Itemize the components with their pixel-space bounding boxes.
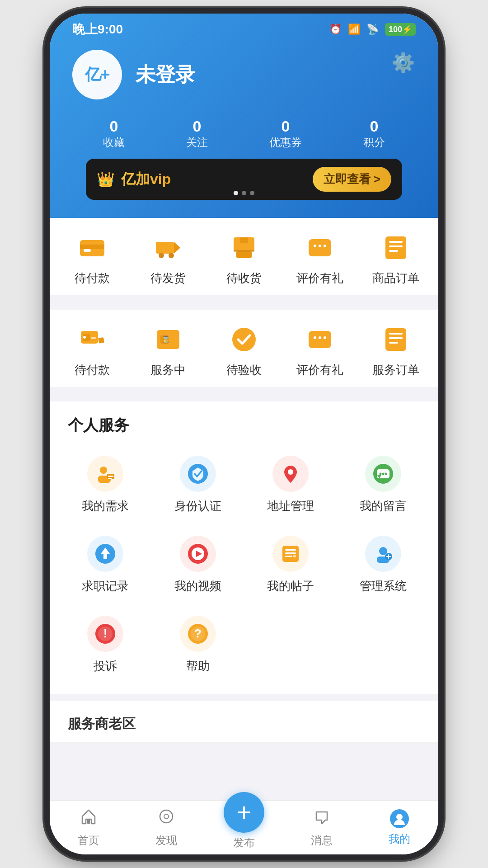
nav-mine[interactable]: 我的	[361, 805, 438, 851]
svg-point-28	[232, 328, 256, 351]
order-label-receive: 待收货	[226, 270, 262, 286]
svg-rect-59	[293, 555, 296, 557]
service-video[interactable]: 我的视频	[151, 525, 244, 605]
nav-home[interactable]: 首页	[50, 803, 127, 852]
service-message[interactable]: 我的留言	[337, 445, 429, 525]
svg-point-74	[396, 814, 403, 820]
stats-row: 0 收藏 0 关注 0 优惠券 0 积分	[72, 118, 416, 150]
svc-order-pay[interactable]: 待付款	[61, 323, 124, 378]
order-label-all: 商品订单	[372, 270, 419, 286]
service-label-identity: 身份认证	[174, 498, 221, 514]
divider-1	[50, 302, 438, 310]
service-help[interactable]: ? 帮助	[151, 605, 244, 685]
svg-point-73	[164, 814, 169, 819]
svg-text:?: ?	[194, 627, 202, 640]
stat-collect[interactable]: 0 收藏	[103, 118, 125, 150]
svc-order-accept[interactable]: 待验收	[212, 323, 276, 378]
svg-rect-37	[389, 342, 398, 344]
nav-message[interactable]: 消息	[283, 803, 361, 852]
service-job[interactable]: 求职记录	[59, 525, 151, 605]
service-address[interactable]: 地址管理	[244, 445, 337, 525]
order-item-all[interactable]: 商品订单	[364, 231, 427, 286]
service-admin[interactable]: 管理系统	[337, 525, 429, 605]
stat-follow-num: 0	[186, 118, 208, 135]
video-icon	[180, 536, 216, 572]
status-icons: ⏰ 📶 📡 100⚡	[329, 23, 416, 36]
svg-rect-36	[389, 337, 403, 339]
service-label-needs: 我的需求	[82, 498, 129, 514]
stat-coupon-num: 0	[269, 118, 302, 135]
phone-frame: 晚上9:00 ⏰ 📶 📡 100⚡ ⚙️ 亿+ 未登录 0 收藏 0 关	[50, 14, 438, 854]
nav-home-label: 首页	[78, 833, 99, 848]
dot-2	[242, 191, 246, 195]
identity-icon	[180, 456, 216, 492]
vip-button[interactable]: 立即查看 >	[313, 167, 391, 192]
stat-coupon[interactable]: 0 优惠券	[269, 118, 302, 150]
svc-all-icon	[380, 323, 412, 356]
username[interactable]: 未登录	[136, 61, 195, 88]
message-nav-icon	[313, 807, 331, 830]
vip-banner[interactable]: 👑 亿加vip 立即查看 >	[86, 159, 402, 200]
svg-point-38	[100, 467, 107, 474]
service-label-help: 帮助	[186, 658, 210, 674]
personal-services-title: 个人服务	[50, 401, 438, 445]
service-label-admin: 管理系统	[360, 578, 407, 594]
signal-icon: 📶	[348, 24, 360, 35]
alarm-icon: ⏰	[329, 24, 342, 35]
order-item-receive[interactable]: 待收货	[212, 231, 276, 286]
services-grid: 我的需求 身份认证	[50, 445, 438, 685]
mine-avatar-icon	[390, 809, 409, 828]
service-complaint[interactable]: ! 投诉	[59, 605, 151, 685]
svg-marker-4	[174, 242, 180, 254]
avatar[interactable]: 亿+	[72, 50, 122, 99]
scroll-content[interactable]: 待付款 待发货	[50, 218, 438, 800]
avatar-text: 亿+	[85, 64, 109, 86]
nav-mine-label: 我的	[389, 832, 410, 846]
svg-point-32	[324, 336, 326, 339]
order-item-ship[interactable]: 待发货	[136, 231, 200, 286]
svg-rect-42	[108, 478, 112, 479]
stat-coupon-label: 优惠券	[269, 136, 302, 148]
my-needs-icon	[87, 456, 123, 492]
vip-text: 亿加vip	[121, 170, 171, 189]
svc-review-icon	[304, 323, 336, 356]
svg-point-12	[314, 245, 316, 247]
svg-rect-1	[80, 245, 104, 249]
svc-order-inservice[interactable]: ⌛ 服务中	[136, 323, 200, 378]
review-icon	[304, 231, 336, 264]
discover-icon	[157, 807, 175, 830]
bottom-hint: 服务商老区	[50, 701, 438, 743]
svc-accept-icon	[228, 323, 260, 356]
nav-discover[interactable]: 发现	[127, 803, 205, 852]
service-label-job: 求职记录	[82, 578, 129, 594]
svg-rect-19	[389, 250, 398, 252]
svg-point-47	[379, 473, 381, 475]
svc-order-review[interactable]: 评价有礼	[288, 323, 352, 378]
pay-icon	[76, 231, 108, 264]
order-item-review[interactable]: 评价有礼	[288, 231, 352, 286]
stat-points-label: 积分	[363, 136, 385, 148]
service-post[interactable]: 我的帖子	[244, 525, 337, 605]
service-my-needs[interactable]: 我的需求	[59, 445, 151, 525]
address-icon	[272, 456, 309, 492]
divider-2	[50, 394, 438, 401]
svg-point-60	[379, 547, 387, 555]
settings-icon[interactable]: ⚙️	[390, 50, 416, 75]
service-identity[interactable]: 身份认证	[151, 445, 244, 525]
svc-order-label-review: 评价有礼	[296, 362, 343, 378]
stat-points[interactable]: 0 积分	[363, 118, 385, 150]
svc-order-all[interactable]: 服务订单	[364, 323, 427, 378]
svg-point-13	[319, 245, 321, 247]
publish-button[interactable]: +	[224, 792, 264, 833]
svc-inservice-icon: ⌛	[152, 323, 184, 356]
home-icon	[80, 807, 98, 830]
svg-rect-41	[108, 476, 113, 477]
service-label-video: 我的视频	[174, 578, 221, 594]
stat-follow[interactable]: 0 关注	[186, 118, 208, 150]
status-time: 晚上9:00	[72, 21, 123, 38]
product-order-grid: 待付款 待发货	[50, 218, 438, 295]
service-label-address: 地址管理	[267, 498, 314, 514]
svc-order-label-pay: 待付款	[75, 362, 110, 378]
order-item-pay[interactable]: 待付款	[61, 231, 124, 286]
user-row: 亿+ 未登录	[72, 50, 416, 99]
